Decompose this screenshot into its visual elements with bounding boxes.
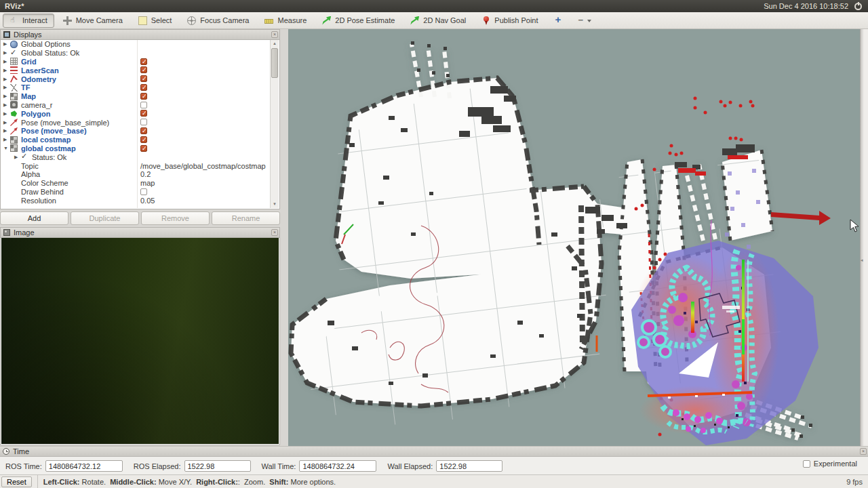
display-row[interactable]: Resolution 0.05 [1,196,271,205]
time-field-label: Wall Time: [262,462,296,470]
property-value[interactable]: 0.05 [140,197,155,205]
tray-icon[interactable] [733,1,743,11]
expander-arrow-icon[interactable] [3,92,10,100]
display-checkbox[interactable] [140,188,147,195]
display-row[interactable]: Grid [1,58,271,66]
display-checkbox[interactable] [140,145,147,152]
property-value[interactable]: /move_base/global_costmap/costmap [140,162,266,170]
display-row[interactable]: LaserScan [1,66,271,75]
reset-button[interactable]: Reset [1,476,32,487]
display-row[interactable]: Color Scheme map [1,179,271,188]
display-checkbox[interactable] [140,110,147,117]
toolbar-tool-button[interactable]: 2D Nav Goal [403,14,473,28]
display-checkbox[interactable] [140,136,147,143]
clock-label[interactable]: Sun Dec 4 2016 10:18:52 [764,2,848,10]
time-field-label: Wall Elapsed: [387,462,433,470]
toolbar-tool-button[interactable]: Interact [3,14,54,28]
toolbar-tool-button[interactable]: Select [132,14,179,28]
remove-tool-icon [578,16,592,25]
expander-arrow-icon[interactable] [3,110,10,118]
expander-arrow-icon[interactable] [3,75,10,83]
expander-arrow-icon[interactable] [3,66,10,75]
display-checkbox[interactable] [140,66,147,73]
display-row[interactable]: Global Options [1,40,271,49]
display-row[interactable]: TF [1,83,271,92]
time-field-input[interactable] [184,460,251,472]
display-checkbox[interactable] [140,102,147,108]
time-field-input[interactable] [45,460,123,472]
scroll-down-icon[interactable]: ▼ [271,201,279,208]
tray-icon[interactable] [605,1,614,11]
tray-icon[interactable] [747,1,757,11]
display-row[interactable]: global costmap [1,144,271,153]
toolbar-tool-button[interactable]: Focus Camera [180,14,256,28]
display-row[interactable]: local costmap [1,136,271,144]
display-checkbox[interactable] [140,93,147,100]
toolbar-tool-button[interactable]: Measure [258,14,313,27]
expander-arrow-icon[interactable] [3,83,10,92]
toolbar-tool-button[interactable]: Move Camera [56,14,130,28]
toolbar-tool-button[interactable] [547,14,570,28]
expander-arrow-icon[interactable] [14,153,21,161]
display-checkbox[interactable] [140,58,147,65]
display-checkbox[interactable] [140,119,147,125]
time-panel-header[interactable]: Time × [0,447,868,457]
tray-icon[interactable] [619,1,629,11]
display-checkbox[interactable] [140,127,147,134]
displays-panel-header[interactable]: Displays × [1,30,279,40]
display-row[interactable]: Draw Behind [1,188,271,197]
display-action-button[interactable]: Duplicate [71,211,139,225]
scroll-thumb[interactable] [271,48,278,78]
display-row[interactable]: Map [1,92,271,101]
image-panel-header[interactable]: Image × [1,228,279,238]
display-action-button[interactable]: Add [0,211,68,225]
display-checkbox[interactable] [140,84,147,91]
expander-arrow-icon[interactable] [3,101,10,109]
display-row[interactable]: Alpha 0.2 [1,170,271,179]
displays-scrollbar[interactable]: ▲ ▼ [270,40,279,208]
expander-arrow-icon[interactable] [3,144,10,152]
scroll-up-icon[interactable]: ▲ [271,40,279,47]
tray-icon[interactable] [690,1,700,11]
display-row[interactable]: Pose (move_base) [1,127,271,136]
close-icon[interactable]: × [271,31,278,38]
expander-arrow-icon[interactable] [3,127,10,135]
display-row[interactable]: Pose (move_base_simple) [1,118,271,127]
property-value[interactable]: 0.2 [140,170,151,178]
display-row[interactable]: Odometry [1,75,271,83]
expander-arrow-icon[interactable] [3,40,10,48]
display-row[interactable]: Global Status: Ok [1,49,271,58]
expander-arrow-icon[interactable] [3,49,10,57]
display-row[interactable]: Topic /move_base/global_costmap/costmap [1,161,271,170]
view-side-strip[interactable] [860,29,868,446]
property-value[interactable]: map [140,179,155,187]
expander-arrow-icon[interactable] [3,136,10,144]
power-icon[interactable] [854,3,862,10]
toolbar-tool-button[interactable] [572,14,599,28]
time-field-input[interactable] [299,460,376,472]
expander-arrow-icon[interactable] [3,119,10,127]
display-action-button[interactable]: Rename [212,211,280,225]
tray-icon[interactable] [633,1,643,11]
experimental-checkbox[interactable] [803,460,810,468]
close-icon[interactable]: × [860,448,867,455]
close-icon[interactable]: × [271,229,278,236]
tray-icon[interactable] [705,1,714,11]
image-panel-title: Image [14,228,35,237]
display-action-button[interactable]: Remove [141,211,210,225]
expander-arrow-icon[interactable] [3,58,10,66]
toolbar-tool-button[interactable]: Publish Point [475,14,545,28]
tray-icon[interactable] [719,1,728,11]
display-row[interactable]: Status: Ok [1,152,271,161]
toolbar-tool-button[interactable]: 2D Pose Estimate [315,14,401,28]
display-row[interactable]: camera_r [1,101,271,110]
tray-icon[interactable] [648,1,657,11]
strip-handle-icon[interactable]: ◂ [861,258,863,263]
tray-icon[interactable] [676,1,686,11]
render-3d-view[interactable] [288,29,860,446]
display-row[interactable]: Polygon [1,109,271,118]
display-checkbox[interactable] [140,75,147,82]
tray-icon[interactable] [662,1,671,11]
time-field-input[interactable] [436,460,502,472]
nav-goal-arrow-icon [410,16,419,25]
